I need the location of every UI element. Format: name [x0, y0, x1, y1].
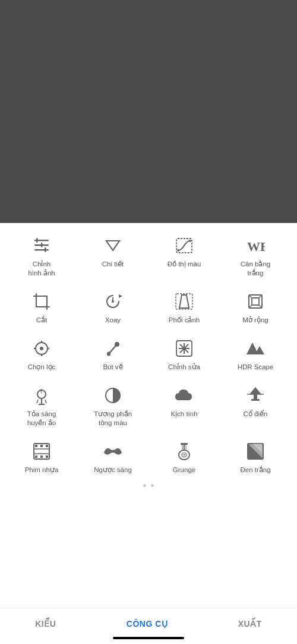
heal-icon [173, 338, 195, 359]
page-indicator [0, 480, 297, 488]
tool-label: Cắt [36, 316, 48, 325]
tool-label: Chỉnh sửa [168, 363, 200, 372]
svg-rect-16 [252, 298, 259, 305]
expand-icon [245, 291, 266, 312]
svg-rect-53 [40, 445, 43, 447]
svg-point-7 [177, 249, 179, 252]
svg-rect-4 [41, 243, 43, 247]
svg-rect-2 [34, 249, 49, 251]
svg-rect-52 [35, 445, 37, 447]
svg-point-45 [110, 394, 112, 396]
tool-toa-sang-huyen-ao[interactable]: Tỏa sánghuyền ảo [6, 378, 77, 433]
tool-chinh-hinh-anh[interactable]: Chỉnhhình ảnh [6, 228, 77, 284]
svg-rect-56 [40, 455, 43, 458]
tab-xuat[interactable]: XUẤT [226, 617, 274, 631]
sliders-icon [31, 235, 52, 256]
brush-icon [102, 338, 124, 359]
tool-label: Mở rộng [242, 316, 268, 325]
svg-rect-58 [34, 449, 49, 454]
svg-point-46 [110, 397, 112, 399]
tool-label: Phim nhựa [25, 466, 59, 475]
tool-label: Cổ điển [244, 410, 268, 419]
tool-do-thi-mau[interactable]: Đồ thị màu [148, 228, 220, 284]
tool-label: Chi tiết [102, 260, 124, 269]
svg-point-61 [184, 454, 185, 455]
tool-tuong-phan-tong-mau[interactable]: Tương phầntông màu [77, 378, 148, 433]
tools-panel: Chỉnhhình ảnh Chi tiết Đồ thị màu [0, 223, 297, 488]
dot-1 [143, 484, 146, 487]
tool-label: Xoay [105, 316, 121, 325]
tool-label: Kịch tính [170, 410, 197, 419]
tool-label: Đồ thị màu [168, 260, 201, 269]
tool-chinh-sua[interactable]: Chỉnh sửa [148, 331, 220, 378]
tool-co-dien[interactable]: Cổ điển [220, 378, 291, 433]
tool-label: Chọn lọc [28, 363, 56, 372]
svg-marker-10 [119, 294, 122, 298]
svg-line-39 [37, 400, 38, 403]
tool-label: HDR Scape [238, 363, 274, 372]
tool-label: Đen trắng [240, 466, 270, 475]
crop-icon [31, 291, 52, 312]
svg-text:WB: WB [247, 239, 265, 254]
lamp-icon [245, 385, 266, 406]
svg-point-44 [110, 391, 112, 393]
triangle-down-icon [102, 235, 124, 256]
svg-marker-14 [179, 295, 189, 308]
guitar-icon [173, 441, 195, 462]
bottom-tabs: KIỂU CÔNG CỤ XUẤT [0, 608, 297, 637]
svg-point-28 [107, 351, 110, 356]
tool-chi-tiet[interactable]: Chi tiết [77, 228, 148, 284]
tool-mo-rong[interactable]: Mở rộng [220, 284, 291, 331]
mountain-icon [245, 338, 266, 359]
tool-phim-nhua[interactable]: Phim nhựa [6, 433, 77, 480]
tool-label: Tương phầntông màu [94, 410, 132, 428]
tool-chon-loc[interactable]: Chọn lọc [6, 331, 77, 378]
svg-rect-55 [35, 455, 37, 458]
tool-phoi-canh[interactable]: Phối cảnh [148, 284, 220, 331]
curve-icon [173, 235, 195, 256]
dot-2 [151, 484, 154, 487]
tab-cong-cu[interactable]: CÔNG CỤ [115, 617, 180, 631]
svg-marker-37 [40, 388, 42, 394]
bw-icon [245, 441, 266, 462]
contrast-icon [102, 385, 124, 406]
svg-marker-47 [249, 387, 261, 394]
tool-label: Grunge [173, 466, 195, 475]
tool-but-ve[interactable]: Bút vẽ [77, 331, 148, 378]
film-icon [31, 441, 52, 462]
bottom-navigation: KIỂU CÔNG CỤ XUẤT [0, 608, 297, 644]
tool-grunge[interactable]: Grunge [148, 433, 220, 480]
tool-label: Bút vẽ [103, 363, 122, 372]
svg-rect-3 [36, 238, 38, 243]
tool-label: Tỏa sánghuyền ảo [27, 410, 56, 428]
tool-den-trang[interactable]: Đen trắng [220, 433, 291, 480]
svg-rect-13 [176, 294, 192, 309]
wb-icon: WB [245, 235, 266, 256]
svg-rect-57 [46, 455, 48, 458]
svg-rect-54 [46, 445, 48, 447]
tool-kich-tinh[interactable]: Kịch tính [148, 378, 220, 433]
tool-xoay[interactable]: Xoay [77, 284, 148, 331]
select-icon [31, 338, 52, 359]
cloud-icon [173, 385, 195, 406]
tool-label: Ngược sáng [94, 466, 132, 475]
rotate-icon [102, 291, 124, 312]
tool-label: Phối cảnh [169, 316, 200, 325]
photo-preview [0, 0, 297, 223]
svg-point-8 [189, 240, 191, 242]
mustache-icon [102, 441, 124, 462]
tab-kieu[interactable]: KIỂU [23, 617, 68, 631]
tool-label: Chỉnhhình ảnh [28, 260, 55, 278]
tool-label: Cân bằngtrắng [241, 260, 270, 278]
svg-rect-63 [181, 443, 188, 445]
tool-cat[interactable]: Cắt [6, 284, 77, 331]
tool-can-bang-trang[interactable]: WB Cân bằngtrắng [220, 228, 291, 284]
svg-rect-5 [45, 247, 46, 252]
glamour-icon [31, 385, 52, 406]
tools-grid: Chỉnhhình ảnh Chi tiết Đồ thị màu [0, 228, 297, 480]
svg-rect-48 [254, 394, 257, 399]
tool-nguoc-sang[interactable]: Ngược sáng [77, 433, 148, 480]
svg-point-22 [40, 347, 43, 350]
tool-hdr-scape[interactable]: HDR Scape [220, 331, 291, 378]
svg-line-40 [45, 400, 46, 403]
